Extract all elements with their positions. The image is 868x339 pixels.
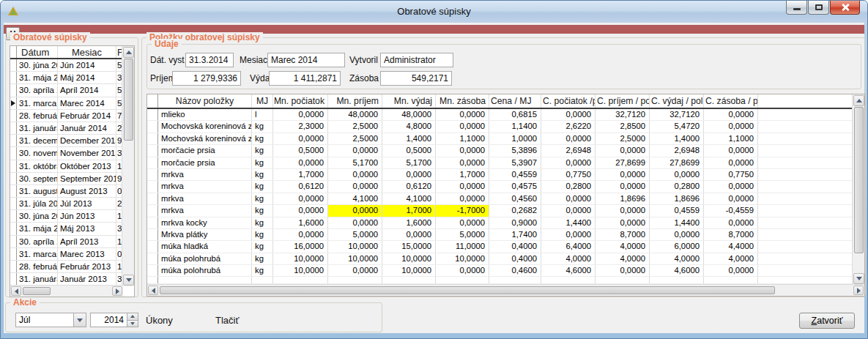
list-item[interactable]: 30. apríla 2014Apríl 20145 xyxy=(10,84,134,97)
table-row[interactable]: múka polohrubákg10,00000,000010,00000,00… xyxy=(147,265,864,277)
scroll-left-button[interactable] xyxy=(11,286,21,296)
ukony-menu[interactable]: Úkony xyxy=(146,315,173,326)
list-item[interactable]: 31. júla 2013Júl 20132 xyxy=(10,198,134,210)
table-row[interactable]: morčacie prsiakg0,50000,00000,50000,0000… xyxy=(147,145,864,157)
scroll-left-button[interactable] xyxy=(148,286,158,295)
table-row[interactable]: múka hladkákg16,000010,000015,000011,000… xyxy=(147,241,864,253)
month-select[interactable]: Júl xyxy=(15,313,86,327)
table-row[interactable]: mrkvakg0,00004,10004,10000,00000,45600,0… xyxy=(147,193,864,205)
row-selector[interactable] xyxy=(10,198,17,209)
zasoba-field[interactable] xyxy=(380,71,452,86)
column-header-c-prijem[interactable]: C. príjem / pol xyxy=(596,94,650,108)
row-selector[interactable] xyxy=(10,59,17,71)
list-item[interactable]: 30. júna 2014Jún 20145 xyxy=(10,59,134,72)
list-item[interactable]: 31. marca 2013Marec 20130 xyxy=(10,248,134,261)
vydaj-field[interactable] xyxy=(269,71,341,86)
spin-up-button[interactable] xyxy=(127,313,138,320)
scroll-right-button[interactable] xyxy=(112,286,122,296)
row-selector[interactable] xyxy=(147,133,158,144)
items-horizontal-scrollbar[interactable] xyxy=(147,284,864,296)
column-header-nazov[interactable]: Názov položky xyxy=(158,94,252,108)
table-row[interactable]: mrkvakg0,00000,00001,7000-1,70000,26820,… xyxy=(147,205,864,217)
close-button[interactable] xyxy=(830,1,860,15)
list-item[interactable]: 28. februára 2013Február 20131 xyxy=(10,261,134,273)
row-selector[interactable] xyxy=(10,72,17,83)
column-header-mn-vydaj[interactable]: Mn. výdaj xyxy=(382,94,436,108)
list-item[interactable]: 31. mája 2014Máj 20143 xyxy=(10,72,134,84)
row-selector[interactable] xyxy=(147,181,158,192)
minimize-button[interactable] xyxy=(786,1,807,15)
list-item[interactable]: 31. mája 2013Máj 20133 xyxy=(10,223,134,235)
column-header-mn-zasoba[interactable]: Mn. zásoba xyxy=(436,94,489,108)
list-item[interactable]: 30. apríla 2013Apríl 20131 xyxy=(10,236,134,248)
list-item[interactable]: 30. septembra 2013September 20139 xyxy=(10,173,134,185)
items-vertical-scrollbar[interactable] xyxy=(852,94,864,285)
scroll-thumb[interactable] xyxy=(124,59,133,141)
row-selector[interactable] xyxy=(147,193,158,204)
maximize-button[interactable] xyxy=(808,1,829,15)
table-row[interactable]: morčacie prsiakg0,00005,17005,17000,0000… xyxy=(147,157,864,169)
list-item[interactable]: 31. januára 2013Január 20133 xyxy=(10,273,134,286)
row-selector[interactable] xyxy=(10,223,17,234)
overview-horizontal-scrollbar[interactable] xyxy=(10,285,123,297)
row-selector[interactable] xyxy=(10,261,17,272)
scroll-up-button[interactable] xyxy=(123,47,134,58)
list-item[interactable]: 31. augusta 2013August 20130 xyxy=(10,185,134,198)
scroll-thumb[interactable] xyxy=(160,286,775,294)
row-selector[interactable] xyxy=(147,109,158,120)
prijem-field[interactable] xyxy=(172,71,241,86)
row-selector[interactable] xyxy=(147,253,158,264)
scroll-up-button[interactable] xyxy=(853,95,864,106)
row-selector[interactable] xyxy=(10,84,17,96)
row-selector[interactable] xyxy=(10,97,17,109)
spin-down-button[interactable] xyxy=(127,320,138,327)
list-item[interactable]: 31. decembra 2013December 20139 xyxy=(10,135,134,147)
dropdown-button[interactable] xyxy=(73,313,86,327)
table-row[interactable]: mliekol0,000048,000048,00000,00000,68150… xyxy=(147,109,864,121)
scroll-right-button[interactable] xyxy=(853,286,864,295)
mesiac-field[interactable] xyxy=(267,53,345,67)
row-selector[interactable] xyxy=(10,248,17,260)
list-item[interactable]: 30. novembra 2013November 20133 xyxy=(10,147,134,160)
list-item[interactable]: 31. októbra 2013Október 20131 xyxy=(10,160,134,173)
column-header-mesiac[interactable]: Mesiac xyxy=(58,46,116,58)
column-header-mj[interactable]: MJ xyxy=(252,94,273,108)
column-header-c-zasoba[interactable]: C. zásoba / po xyxy=(704,94,758,108)
row-selector[interactable] xyxy=(147,229,158,240)
row-selector[interactable] xyxy=(147,217,158,228)
titlebar[interactable]: Obratové súpisky xyxy=(1,1,867,23)
row-selector[interactable] xyxy=(10,210,17,222)
row-selector[interactable] xyxy=(10,236,17,247)
list-item[interactable]: 31. marca 2014Marec 20145 xyxy=(10,97,134,110)
year-spinner[interactable]: 2014 xyxy=(90,313,138,327)
tlacit-menu[interactable]: Tlačiť xyxy=(215,315,239,326)
row-selector[interactable] xyxy=(147,169,158,180)
row-selector[interactable] xyxy=(10,185,17,197)
scroll-thumb[interactable] xyxy=(854,107,864,253)
overview-vertical-scrollbar[interactable] xyxy=(122,46,134,286)
row-selector[interactable] xyxy=(10,273,17,285)
table-row[interactable]: mrkvakg1,70000,00000,00001,70000,45590,7… xyxy=(147,169,864,181)
row-selector[interactable] xyxy=(10,160,17,172)
column-header-cena-mj[interactable]: Cena / MJ xyxy=(489,94,541,108)
zatvorit-button[interactable]: Zatvoriť xyxy=(799,313,855,329)
dat-vyst-field[interactable] xyxy=(185,53,234,67)
column-header-mn-prijem[interactable]: Mn. príjem xyxy=(328,94,382,108)
scroll-down-button[interactable] xyxy=(123,275,134,286)
row-selector[interactable] xyxy=(10,135,17,146)
column-header-datum[interactable]: Dátum xyxy=(17,46,58,58)
row-selector[interactable] xyxy=(10,122,17,134)
row-selector[interactable] xyxy=(147,157,158,168)
table-row[interactable]: mrkvakg0,61200,00000,61200,00000,45750,2… xyxy=(147,181,864,193)
table-row[interactable]: múka polohrubákg10,000010,000010,000010,… xyxy=(147,253,864,265)
row-selector[interactable] xyxy=(147,241,158,252)
row-selector[interactable] xyxy=(10,173,17,185)
list-item[interactable]: 30. júna 2013Jún 20131 xyxy=(10,210,134,223)
row-selector[interactable] xyxy=(147,145,158,156)
table-row[interactable]: Mochovská koreninová zmeskg2,30002,50004… xyxy=(147,121,864,133)
column-header-c-pociatok[interactable]: C. počiatok /po xyxy=(541,94,596,108)
scroll-thumb[interactable] xyxy=(23,287,51,295)
row-selector[interactable] xyxy=(147,265,158,276)
table-row[interactable]: Mrkva plátkykg0,00005,00000,00005,00001,… xyxy=(147,229,864,241)
list-item[interactable]: 28. februára 2014Február 20147 xyxy=(10,110,134,122)
